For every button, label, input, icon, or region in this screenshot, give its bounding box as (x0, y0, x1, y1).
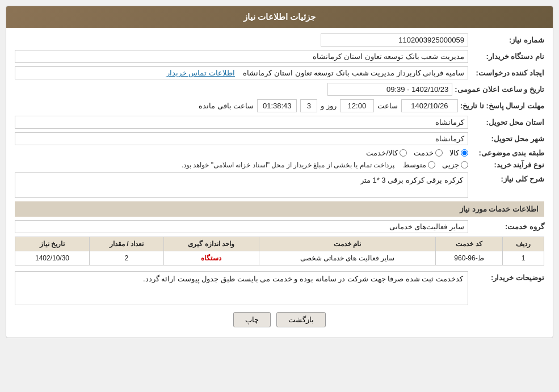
cell-count: 2 (89, 251, 163, 265)
col-count: تعداد / مقدار (89, 237, 163, 251)
col-unit: واحد اندازه گیری (163, 237, 259, 251)
creator-value: سامیه فربانی کاربرداز مدیریت شعب بانک تو… (15, 66, 468, 79)
category-label: طبقه بندی موضوعی: (470, 149, 544, 157)
description-value: کرکره برقی کرکره برقی 3 *1 متر (15, 172, 468, 198)
announce-date-label: تاریخ و ساعت اعلان عمومی: (455, 85, 544, 94)
purchase-type-row: جزیی متوسط پرداخت تمام یا بخشی از مبلغ خ… (15, 161, 468, 169)
deadline-remaining-label: ساعت باقی مانده (199, 102, 254, 110)
purchase-type-options: جزیی متوسط (403, 161, 468, 169)
buyer-notes-value: کدخدمت ثبت شده صرفا جهت شرکت در سامانه ب… (15, 271, 468, 305)
deadline-days-label: روز و (321, 102, 337, 110)
cell-name: سایر فعالیت های خدماتی شخصی (259, 251, 436, 265)
deadline-days: 3 (300, 99, 317, 112)
col-row: ردیف (502, 237, 544, 251)
need-number-value: 1102003925000059 (321, 33, 468, 47)
cell-unit: دستگاه (163, 251, 259, 265)
description-text: کرکره برقی کرکره برقی 3 *1 متر (360, 176, 463, 184)
creator-text: سامیه فربانی کاربرداز مدیریت شعب بانک تو… (243, 69, 464, 77)
cell-code: ط-96-960 (436, 251, 503, 265)
org-name-value: مدیریت شعب بانک توسعه تعاون استان کرمانش… (15, 50, 468, 63)
services-table: ردیف کد خدمت نام خدمت واحد اندازه گیری ت… (15, 237, 544, 265)
deadline-time-label: ساعت (377, 102, 398, 110)
purchase-type-motavasset[interactable]: متوسط (403, 161, 435, 169)
col-date: تاریخ نیاز (15, 237, 90, 251)
deadline-date: 1402/10/26 (401, 99, 458, 112)
purchase-type-note: پرداخت تمام یا بخشی از مبلغ خریدار از مح… (182, 161, 394, 169)
col-name: نام خدمت (259, 237, 436, 251)
cell-row: 1 (502, 251, 544, 265)
service-group-value: سایر فعالیت‌های خدماتی (15, 220, 468, 233)
category-option-kala[interactable]: کالا (449, 149, 468, 157)
col-code: کد خدمت (436, 237, 503, 251)
province-label: استان محل تحویل: (470, 118, 544, 127)
page-title: جزئیات اطلاعات نیاز (243, 12, 316, 22)
deadline-remaining: 01:38:43 (257, 99, 297, 112)
announce-date-value: 1402/10/23 - 09:39 (327, 83, 452, 96)
category-options: کالا خدمت کالا/خدمت (366, 149, 468, 157)
purchase-type-label: نوع فرآیند خرید: (470, 161, 544, 169)
service-group-label: گروه خدمت: (470, 222, 544, 231)
services-section-title: اطلاعات خدمات مورد نیاز (15, 201, 544, 217)
table-row: 1 ط-96-960 سایر فعالیت های خدماتی شخصی د… (15, 251, 544, 265)
button-row: بازگشت چاپ (15, 312, 544, 327)
creator-label: ایجاد کننده درخواست: (470, 69, 544, 77)
print-button[interactable]: چاپ (233, 312, 271, 327)
buyer-notes-label: توضیحات خریدار: (470, 271, 544, 282)
back-button[interactable]: بازگشت (276, 312, 326, 327)
province-value: کرمانشاه (15, 116, 468, 129)
page-header: جزئیات اطلاعات نیاز (6, 6, 553, 28)
cell-date: 1402/10/30 (15, 251, 90, 265)
buyer-notes-text: کدخدمت ثبت شده صرفا جهت شرکت در سامانه ب… (143, 275, 463, 283)
city-value: کرمانشاه (15, 132, 468, 145)
city-label: شهر محل تحویل: (470, 134, 544, 143)
deadline-label: مهلت ارسال پاسخ: تا تاریخ: (460, 102, 544, 110)
purchase-type-jozi[interactable]: جزیی (442, 161, 468, 169)
description-label: شرح کلی نیاز: (470, 172, 544, 183)
deadline-time: 12:00 (340, 99, 374, 112)
need-number-label: شماره نیاز: (470, 36, 544, 44)
org-name-label: نام دستگاه خریدار: (470, 52, 544, 61)
category-option-khedmat[interactable]: خدمت (414, 149, 443, 157)
category-option-kala-khedmat[interactable]: کالا/خدمت (366, 149, 407, 157)
contact-link[interactable]: اطلاعات تماس خریدار (166, 69, 235, 77)
